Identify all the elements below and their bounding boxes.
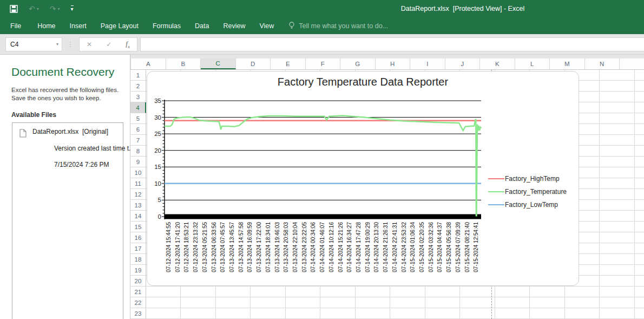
row-header-22[interactable]: 22 xyxy=(130,297,146,308)
legend-item-Factory_Temperature[interactable]: Factory_Temperature xyxy=(488,185,567,198)
column-header-L[interactable]: L xyxy=(515,58,550,69)
row-header-3[interactable]: 3 xyxy=(130,92,146,102)
x-tick-label: 07-13-2024 22:10:04 xyxy=(292,222,298,272)
row-header-15[interactable]: 15 xyxy=(130,222,146,232)
row-header-18[interactable]: 18 xyxy=(130,254,146,265)
column-header-M[interactable]: M xyxy=(550,58,585,69)
row-header-6[interactable]: 6 xyxy=(130,124,146,135)
name-box-value: C4 xyxy=(10,41,18,48)
column-header-G[interactable]: G xyxy=(340,58,376,69)
x-tick-label: 07-14-2024 19:00:29 xyxy=(365,222,371,272)
pane-description: Excel has recovered the following files.… xyxy=(11,86,120,102)
x-tick-label: 07-14-2024 17:47:28 xyxy=(356,222,362,272)
row-header-16[interactable]: 16 xyxy=(130,232,146,243)
sheet-top-strip xyxy=(130,55,644,58)
row-header-9[interactable]: 9 xyxy=(130,157,146,167)
row-header-7[interactable]: 7 xyxy=(130,135,146,146)
row-header-13[interactable]: 13 xyxy=(130,200,146,211)
select-all-corner[interactable] xyxy=(130,58,131,69)
worksheet: ABCDEFGHIJKLMN 1234567891011121314151617… xyxy=(130,55,644,319)
tab-view[interactable]: View xyxy=(252,17,281,34)
recovered-file-text: DataReport.xlsx [Original] Version creat… xyxy=(32,128,134,177)
x-tick-label: 07-12-2024 15:44:55 xyxy=(166,222,172,272)
x-tick-label: 07-13-2024 06:33:56 xyxy=(211,222,217,272)
x-tick-label: 07-13-2024 16:09:59 xyxy=(247,222,253,272)
legend-swatch xyxy=(488,191,504,193)
tab-formulas[interactable]: Formulas xyxy=(146,17,188,34)
tab-home[interactable]: Home xyxy=(30,17,62,34)
x-tick-label: 07-15-2024 12:54:41 xyxy=(473,222,479,272)
chart-frame[interactable]: Factory Temperature Data Reporter 051015… xyxy=(147,71,579,286)
row-header-2[interactable]: 2 xyxy=(130,81,146,92)
column-header-F[interactable]: F xyxy=(306,58,341,69)
row-header-1[interactable]: 1 xyxy=(130,70,146,81)
x-tick-label: 07-15-2024 04:44:37 xyxy=(437,222,443,272)
y-tick-label-15: 15 xyxy=(147,163,161,171)
legend-item-Factory_LowTemp[interactable]: Factory_LowTemp xyxy=(488,198,567,211)
x-tick-label: 07-14-2024 00:34:06 xyxy=(310,222,316,272)
tab-page-layout[interactable]: Page Layout xyxy=(94,17,146,34)
pane-title: Document Recovery xyxy=(11,66,122,79)
main-area: Document Recovery Excel has recovered th… xyxy=(0,55,644,319)
available-files-list: DataReport.xlsx [Original] Version creat… xyxy=(12,122,123,319)
x-tick-label: 07-13-2024 13:45:57 xyxy=(229,222,235,272)
tab-insert[interactable]: Insert xyxy=(63,17,94,34)
column-header-N[interactable]: N xyxy=(585,58,620,69)
row-header-5[interactable]: 5 xyxy=(130,113,146,124)
column-header-A[interactable]: A xyxy=(131,58,166,69)
row-header-17[interactable]: 17 xyxy=(130,243,146,254)
column-header-I[interactable]: I xyxy=(410,58,445,69)
name-box-splitter[interactable]: ⋮ xyxy=(67,41,74,48)
column-header-C[interactable]: C xyxy=(201,58,236,69)
tab-file[interactable]: File xyxy=(0,17,30,34)
x-tick-label: 07-14-2024 15:21:26 xyxy=(338,222,344,272)
x-tick-label: 07-14-2024 21:26:31 xyxy=(383,222,389,272)
column-header-E[interactable]: E xyxy=(271,58,306,69)
formula-bar-row: C4 ▾ ⋮ ✕ ✓ fx xyxy=(0,34,644,55)
y-tick-label-0: 0 xyxy=(147,213,161,220)
formula-input[interactable] xyxy=(140,37,644,51)
x-tick-label: 07-15-2024 02:20:35 xyxy=(419,222,425,272)
recovered-file-item[interactable]: DataReport.xlsx [Original] Version creat… xyxy=(12,123,123,177)
row-header-20[interactable]: 20 xyxy=(130,276,146,287)
x-tick-label: 07-13-2024 07:45:57 xyxy=(220,222,226,272)
name-box[interactable]: C4 ▾ xyxy=(5,37,62,51)
document-recovery-pane: Document Recovery Excel has recovered th… xyxy=(0,55,130,319)
row-header-12[interactable]: 12 xyxy=(130,189,146,200)
x-tick-label: 07-14-2024 01:46:07 xyxy=(319,222,325,272)
recovered-file-note: Version created last time t... xyxy=(54,145,134,152)
legend-item-Factory_HighTemp[interactable]: Factory_HighTemp xyxy=(488,172,567,185)
row-header-23[interactable]: 23 xyxy=(130,308,146,319)
tab-review[interactable]: Review xyxy=(216,17,252,34)
plot-svg xyxy=(160,99,485,221)
x-tick-label: 07-14-2024 10:12:16 xyxy=(328,222,334,272)
x-tick-label: 07-15-2024 03:32:36 xyxy=(428,222,434,272)
cancel-icon[interactable]: ✕ xyxy=(87,41,92,48)
x-tick-label: 07-15-2024 05:56:38 xyxy=(446,222,452,272)
row-header-4[interactable]: 4 xyxy=(130,102,146,113)
tell-me-box[interactable]: Tell me what you want to do... xyxy=(288,22,388,30)
insert-function-icon[interactable]: fx xyxy=(126,40,130,49)
column-header-D[interactable]: D xyxy=(236,58,271,69)
column-header-K[interactable]: K xyxy=(480,58,515,69)
column-header-H[interactable]: H xyxy=(376,58,411,69)
x-tick-label: 07-12-2024 23:13:32 xyxy=(193,222,199,272)
column-header-partial[interactable] xyxy=(620,58,644,69)
row-header-14[interactable]: 14 xyxy=(130,211,146,222)
row-header-19[interactable]: 19 xyxy=(130,265,146,276)
row-header-11[interactable]: 11 xyxy=(130,178,146,189)
column-header-B[interactable]: B xyxy=(166,58,201,69)
window-title: DataReport.xlsx [Protected View] - Excel xyxy=(0,0,644,17)
row-header-8[interactable]: 8 xyxy=(130,146,146,157)
y-tick-label-5: 5 xyxy=(147,196,161,204)
row-header-21[interactable]: 21 xyxy=(130,287,146,297)
tab-data[interactable]: Data xyxy=(188,17,216,34)
x-tick-label: 07-14-2024 22:41:31 xyxy=(392,222,398,272)
x-tick-label: 07-14-2024 16:34:27 xyxy=(346,222,352,272)
row-headers: 1234567891011121314151617181920212223 xyxy=(130,70,146,319)
row-header-10[interactable]: 10 xyxy=(130,167,146,178)
chevron-down-icon[interactable]: ▾ xyxy=(56,42,58,47)
enter-check-icon[interactable]: ✓ xyxy=(106,41,111,48)
x-tick-label: 07-13-2024 05:21:55 xyxy=(202,222,208,272)
column-header-J[interactable]: J xyxy=(445,58,481,69)
